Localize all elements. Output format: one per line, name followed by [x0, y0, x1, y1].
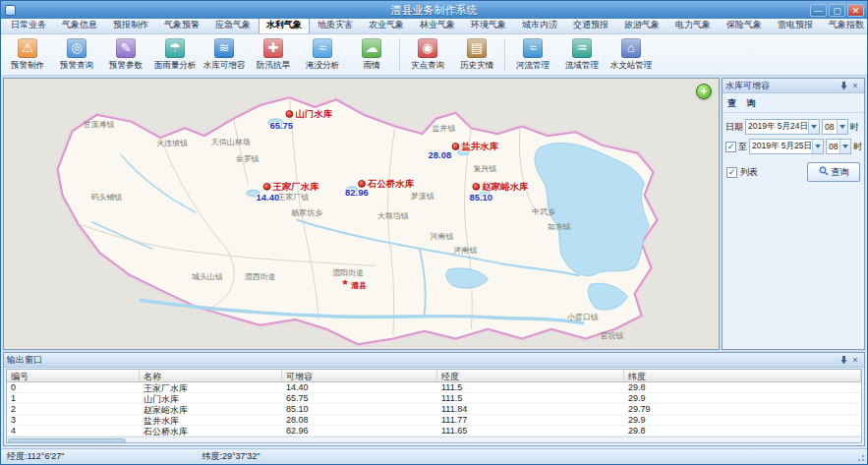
- marker-name: 盐井水库: [460, 141, 498, 151]
- column-header-编号[interactable]: 编号: [7, 370, 140, 381]
- to-date-checkbox[interactable]: ✓: [725, 142, 736, 152]
- toolbar-button-预警参数[interactable]: ✎预警参数: [101, 35, 150, 74]
- hour-unit-label: 时: [850, 121, 859, 134]
- tab-雷电预报[interactable]: 雷电预报: [770, 17, 821, 33]
- status-bar: 经度:112°6'27" 纬度:29°37'32": [1, 448, 867, 464]
- maximize-button[interactable]: ▢: [829, 4, 845, 17]
- table-cell: 王家厂水库: [140, 382, 282, 392]
- toolbar-button-水文站管理[interactable]: ⌂水文站管理: [607, 35, 656, 74]
- hour-from-select[interactable]: 08: [822, 119, 848, 135]
- tab-城市内涝[interactable]: 城市内涝: [514, 17, 565, 33]
- pin-icon[interactable]: [838, 354, 849, 366]
- main-area: 甘溪滩镇火连坡镇天供山林场金罗镇盐井镇码头铺镇王家厂镇杨家坊乡大堰垱镇梦溪镇复兴…: [1, 76, 867, 352]
- table-row[interactable]: 4石公桥水库82.96111.6529.8: [7, 426, 861, 436]
- table-row[interactable]: 3盐井水库28.08111.7729.9: [7, 415, 861, 426]
- close-icon[interactable]: ×: [849, 80, 861, 91]
- scrollbar-thumb[interactable]: [8, 438, 126, 443]
- marker-dot[interactable]: [286, 111, 293, 118]
- minimize-button[interactable]: —: [810, 4, 827, 17]
- table-row[interactable]: 1山门水库65.75111.529.9: [7, 393, 861, 404]
- map-panel[interactable]: 甘溪滩镇火连坡镇天供山林场金罗镇盐井镇码头铺镇王家厂镇杨家坊乡大堰垱镇梦溪镇复兴…: [3, 78, 720, 350]
- toolbar-button-预警制作[interactable]: ⚠预警制作: [3, 35, 52, 74]
- search-icon: [819, 166, 829, 178]
- tab-环境气象[interactable]: 环境气象: [463, 17, 514, 33]
- marker-dot[interactable]: [473, 183, 480, 190]
- window-controls: —▢✕: [810, 4, 867, 17]
- date-label: 日期: [725, 121, 743, 134]
- tab-水利气象[interactable]: 水利气象: [259, 17, 310, 33]
- chevron-down-icon[interactable]: [812, 140, 823, 153]
- toolbar-button-河流管理[interactable]: ≈河流管理: [508, 35, 557, 74]
- tab-电力气象[interactable]: 电力气象: [667, 17, 719, 33]
- toolbar-button-水库可增容[interactable]: ≋水库可增容: [200, 35, 249, 74]
- close-button[interactable]: ✕: [847, 4, 864, 17]
- toolbar-button-防汛抗旱[interactable]: ✚防汛抗旱: [249, 35, 298, 74]
- toolbar-button-预警查询[interactable]: ◎预警查询: [52, 35, 101, 74]
- tab-交通预报[interactable]: 交通预报: [565, 17, 616, 33]
- panel-title: 水库可增容: [725, 80, 838, 92]
- close-icon[interactable]: ×: [849, 354, 861, 366]
- app-window: 澧县业务制作系统 —▢✕ 日常业务气象信息预报制作气象预警应急气象水利气象地质灾…: [0, 0, 868, 465]
- column-header-经度[interactable]: 经度: [437, 370, 624, 381]
- table-cell: 赵家峪水库: [140, 404, 282, 414]
- date-from-picker[interactable]: 2019年 5月24日: [745, 119, 820, 135]
- chevron-down-icon[interactable]: [808, 120, 819, 134]
- tab-预报制作[interactable]: 预报制作: [105, 17, 156, 33]
- table-row[interactable]: 2赵家峪水库85.10111.8429.79: [7, 404, 861, 415]
- marker-value: 28.08: [429, 150, 452, 160]
- tab-农业气象[interactable]: 农业气象: [361, 17, 412, 33]
- date-to-picker[interactable]: 2019年 5月25日: [749, 139, 824, 154]
- town-label-盐井镇: 盐井镇: [433, 125, 456, 134]
- query-button[interactable]: 查询: [807, 162, 860, 182]
- table-cell: 29.79: [624, 404, 861, 414]
- tab-气象信息[interactable]: 气象信息: [54, 17, 105, 33]
- column-header-纬度[interactable]: 纬度: [624, 370, 861, 381]
- column-header-可增容[interactable]: 可增容: [282, 370, 437, 381]
- marker-dot[interactable]: [263, 183, 270, 190]
- toolbar-button-label: 面雨量分析: [154, 60, 197, 72]
- toolbar-button-label: 防汛抗旱: [257, 60, 290, 72]
- marker-name: 石公桥水库: [367, 178, 415, 189]
- town-label-大堰垱镇: 大堰垱镇: [377, 211, 409, 220]
- tab-林业气象[interactable]: 林业气象: [412, 17, 463, 33]
- list-checkbox[interactable]: ✓: [726, 167, 737, 178]
- toolbar-button-label: 雨情: [364, 60, 380, 72]
- output-header: 输出窗口 ×: [4, 353, 864, 368]
- marker-dot[interactable]: [452, 144, 459, 150]
- tab-应急气象[interactable]: 应急气象: [207, 17, 259, 33]
- results-table: 编号名称可增容经度纬度 0王家厂水库14.40111.529.81山门水库65.…: [6, 369, 862, 443]
- toolbar-button-历史灾情[interactable]: ▤历史灾情: [452, 35, 501, 74]
- zoom-in-button[interactable]: +: [696, 84, 712, 99]
- toolbar-separator: [399, 38, 400, 71]
- toolbar-button-流域管理[interactable]: ♒流域管理: [557, 35, 607, 74]
- inundation-analysis-icon: ≈: [313, 38, 332, 58]
- toolbar-button-面雨量分析[interactable]: ☂面雨量分析: [150, 35, 200, 74]
- town-label-金罗镇: 金罗镇: [236, 154, 260, 163]
- tab-日常业务[interactable]: 日常业务: [3, 17, 54, 33]
- chevron-down-icon[interactable]: [839, 140, 850, 153]
- chevron-down-icon[interactable]: [837, 120, 847, 134]
- hour-to-select[interactable]: 08: [826, 139, 851, 154]
- table-cell: 85.10: [282, 404, 437, 414]
- toolbar-button-灾点查询[interactable]: ◉灾点查询: [403, 35, 452, 74]
- warning-search-icon: ◎: [67, 38, 87, 58]
- town-label-复兴镇: 复兴镇: [473, 164, 496, 173]
- pin-icon[interactable]: [838, 80, 849, 91]
- column-header-名称[interactable]: 名称: [140, 370, 282, 381]
- table-row[interactable]: 0王家厂水库14.40111.529.8: [7, 382, 861, 393]
- hydro-station-manage-icon: ⌂: [621, 38, 641, 58]
- tab-气象预警[interactable]: 气象预警: [156, 17, 207, 33]
- warning-params-icon: ✎: [116, 38, 136, 58]
- marker-value: 82.96: [345, 188, 369, 198]
- tab-旅游气象[interactable]: 旅游气象: [616, 17, 667, 33]
- table-cell: 盐井水库: [140, 415, 282, 425]
- tab-气象指数[interactable]: 气象指数: [821, 17, 868, 33]
- marker-dot[interactable]: [359, 180, 366, 187]
- toolbar-button-淹没分析[interactable]: ≈淹没分析: [298, 35, 347, 74]
- horizontal-scrollbar[interactable]: [7, 436, 861, 443]
- tab-地质灾害[interactable]: 地质灾害: [310, 17, 361, 33]
- tab-保险气象[interactable]: 保险气象: [719, 17, 770, 33]
- toolbar-button-雨情[interactable]: ☁雨情: [347, 35, 396, 74]
- resize-grip[interactable]: [855, 452, 865, 462]
- status-longitude: 经度:112°6'27": [7, 450, 64, 463]
